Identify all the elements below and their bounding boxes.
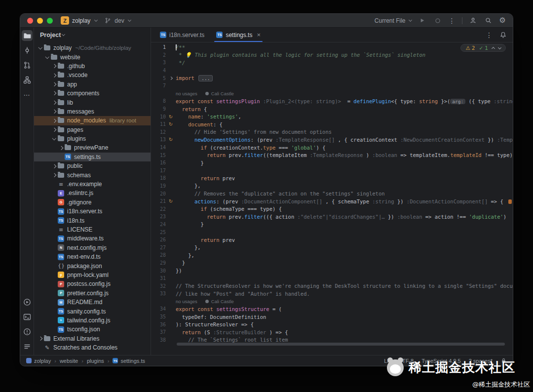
tree-item-tsconfig-json[interactable]: TStsconfig.json <box>34 325 151 334</box>
settings-gear-icon[interactable]: ⚙ <box>499 17 506 24</box>
more-actions-icon[interactable]: ⋮ <box>449 17 456 25</box>
tree-item-plugins[interactable]: plugins <box>34 134 151 143</box>
tree-item-previewpane[interactable]: previewPane <box>34 143 151 152</box>
fold-arrow-icon[interactable] <box>166 77 176 79</box>
next-problem-icon[interactable] <box>498 45 501 49</box>
run-config-selector[interactable]: Current File <box>375 17 412 24</box>
breadcrumb-item-settings-ts[interactable]: TSsettings.ts <box>113 358 145 364</box>
project-tool-button[interactable] <box>22 30 33 41</box>
tree-item-messages[interactable]: messages <box>34 107 151 116</box>
chevron-right-icon[interactable] <box>51 128 58 131</box>
tree-item-website[interactable]: website <box>34 52 151 61</box>
tree-item-tailwind-config-js[interactable]: ≈tailwind.config.js <box>34 316 151 325</box>
tree-item-next-env-d-ts[interactable]: TSnext-env.d.ts <box>34 252 151 261</box>
tree-item-next-config-mjs[interactable]: Nnext.config.mjs <box>34 243 151 252</box>
chevron-right-icon[interactable] <box>51 165 58 168</box>
tree-item-prettier-config-js[interactable]: Pprettier.config.js <box>34 289 151 298</box>
chevron-right-icon[interactable] <box>51 65 58 68</box>
gutter-mark-icon[interactable]: ↻ <box>166 114 176 119</box>
warnings-indicator[interactable]: ⚠2 <box>465 45 475 51</box>
tab-settings-ts[interactable]: TS settings.ts × <box>210 28 266 42</box>
tree-item-scratches-and-consoles[interactable]: ✎Scratches and Consoles <box>34 343 151 352</box>
breadcrumb-item-website[interactable]: website <box>60 358 78 364</box>
chevron-down-icon[interactable] <box>37 47 44 49</box>
chevron-right-icon[interactable] <box>51 101 58 104</box>
chevron-right-icon[interactable] <box>51 92 58 95</box>
tree-item-public[interactable]: public <box>34 161 151 170</box>
chevron-right-icon[interactable] <box>51 83 58 86</box>
chevron-right-icon[interactable] <box>51 110 58 113</box>
passed-indicator[interactable]: ✓1 <box>479 45 489 51</box>
code-line: 35 typeDef: DocumentDefinition <box>151 313 513 321</box>
project-tree[interactable]: zolplay~/Code/Github/zolplaywebsite.gith… <box>34 42 151 355</box>
horizontal-scrollbar[interactable] <box>177 343 505 346</box>
tree-item-readme-md[interactable]: MREADME.md <box>34 298 151 307</box>
tree-item-postcss-config-js[interactable]: Ppostcss.config.js <box>34 279 151 288</box>
tree-item--vscode[interactable]: .vscode <box>34 71 151 79</box>
previous-problem-icon[interactable] <box>492 47 495 50</box>
zoom-window-button[interactable] <box>47 18 53 24</box>
tab-i18n-server-ts[interactable]: TS i18n.server.ts <box>154 28 210 42</box>
project-selector[interactable]: Z zolplay <box>61 16 97 25</box>
chevron-right-icon[interactable] <box>58 147 65 150</box>
chevron-down-icon[interactable] <box>51 138 58 140</box>
chevron-right-icon[interactable] <box>51 74 58 77</box>
tree-item-node-modules[interactable]: node_moduleslibrary root <box>34 116 151 125</box>
services-tool-button[interactable] <box>22 341 33 352</box>
chevron-down-icon[interactable] <box>44 56 51 58</box>
gutter-mark-icon[interactable]: ↻ <box>166 137 176 142</box>
inspections-widget[interactable]: ⚠2 ✓1 <box>460 44 506 52</box>
chevron-right-icon[interactable] <box>51 119 58 122</box>
minimize-window-button[interactable] <box>37 18 43 24</box>
close-window-button[interactable] <box>27 18 33 24</box>
chevron-right-icon[interactable] <box>37 337 44 340</box>
notifications-bell-icon[interactable] <box>499 31 507 39</box>
scratches-icon: ✎ <box>44 345 50 351</box>
code-text: if (creationContext.type === 'global') { <box>176 145 325 151</box>
tree-item-pages[interactable]: pages <box>34 125 151 134</box>
run-tool-button[interactable] <box>22 297 33 308</box>
gutter-mark-icon[interactable]: ↻ <box>166 121 176 127</box>
commit-tool-button[interactable] <box>22 45 33 56</box>
debug-button[interactable] <box>433 16 442 25</box>
tree-item-schemas[interactable]: schemas <box>34 170 151 179</box>
tree-item-i18n-server-ts[interactable]: TSi18n.server.ts <box>34 207 151 216</box>
close-tab-icon[interactable]: × <box>257 32 261 38</box>
project-panel-header[interactable]: Project <box>34 28 151 42</box>
tree-item-external-libraries[interactable]: External Libraries <box>34 334 151 343</box>
terminal-tool-button[interactable] <box>22 312 33 322</box>
tree-item-lib[interactable]: lib <box>34 98 151 107</box>
structure-tool-button[interactable] <box>22 75 33 85</box>
tree-item--gitignore[interactable]: G.gitignore <box>34 198 151 207</box>
run-button[interactable] <box>418 16 427 25</box>
tree-item-settings-ts[interactable]: TSsettings.ts <box>34 153 151 161</box>
error-stripe-mark[interactable] <box>508 199 512 204</box>
tree-item-annotation: library root <box>110 118 136 123</box>
breadcrumb[interactable]: zolplay›website›plugins›TSsettings.ts <box>26 358 145 364</box>
more-tool-windows-icon[interactable]: ⋯ <box>22 89 33 100</box>
tree-item-zolplay[interactable]: zolplay~/Code/Github/zolplay <box>34 43 151 52</box>
pull-requests-tool-button[interactable] <box>22 60 33 71</box>
tab-options-icon[interactable]: ⋮ <box>486 31 493 39</box>
code-editor[interactable]: 1/**2 * 💡 This plugin contains all the l… <box>151 42 513 355</box>
problems-tool-button[interactable] <box>22 326 33 337</box>
tree-item-pnpm-lock-yaml[interactable]: ppnpm-lock.yaml <box>34 271 151 279</box>
breadcrumb-item-plugins[interactable]: plugins <box>87 358 104 364</box>
gutter-mark-icon[interactable]: ↻ <box>166 198 176 204</box>
tree-item--eslintrc-js[interactable]: E.eslintrc.js <box>34 189 151 197</box>
tree-item-app[interactable]: app <box>34 80 151 89</box>
account-icon[interactable] <box>469 16 478 25</box>
tree-item--env-example[interactable]: ≡.env.example <box>34 180 151 189</box>
search-icon[interactable] <box>484 16 493 25</box>
tree-item-sanity-config-ts[interactable]: TSsanity.config.ts <box>34 307 151 315</box>
tree-item-package-json[interactable]: {}package.json <box>34 261 151 270</box>
chevron-right-icon[interactable] <box>51 174 58 177</box>
tree-item-components[interactable]: components <box>34 89 151 98</box>
breadcrumb-item-zolplay[interactable]: zolplay <box>26 358 51 364</box>
tree-item-i18n-ts[interactable]: TSi18n.ts <box>34 216 151 225</box>
tree-item--github[interactable]: .github <box>34 62 151 71</box>
code-text: if (schemaType === type) { <box>176 206 282 212</box>
tree-item-middleware-ts[interactable]: TSmiddleware.ts <box>34 234 151 243</box>
branch-selector[interactable]: dev <box>103 16 130 25</box>
tree-item-license[interactable]: ≡LICENSE <box>34 225 151 234</box>
